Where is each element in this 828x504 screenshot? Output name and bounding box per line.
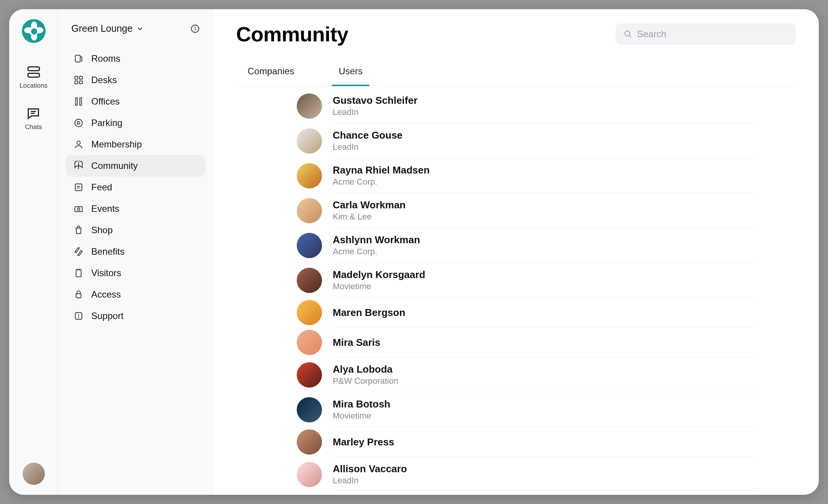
user-name: Madelyn Korsgaard [333, 269, 425, 281]
tab-companies[interactable]: Companies [245, 61, 297, 86]
avatar [297, 429, 322, 455]
user-row[interactable]: Rayna Rhiel MadsenAcme Corp. [297, 158, 757, 193]
sidebar-item-offices[interactable]: Offices [66, 91, 205, 112]
sidebar-item-benefits[interactable]: Benefits [66, 241, 205, 262]
user-row[interactable]: Marley Press [297, 427, 757, 457]
icon-rail: Locations Chats [9, 9, 58, 495]
sidebar-item-membership[interactable]: Membership [66, 134, 205, 155]
sidebar-item-shop[interactable]: Shop [66, 219, 205, 241]
search-icon [623, 29, 632, 39]
svg-rect-22 [76, 269, 81, 277]
user-row[interactable]: Madelyn KorsgaardMovietime [297, 263, 757, 298]
search-input[interactable] [637, 29, 788, 39]
sidebar-item-label: Membership [91, 139, 142, 150]
user-text: Maren Bergson [333, 303, 405, 322]
user-company: Acme Corp. [333, 247, 420, 257]
rail-label: Chats [25, 123, 42, 131]
user-company: Movietime [333, 411, 390, 421]
user-name: Allison Vaccaro [333, 463, 407, 475]
user-row[interactable]: Gustavo SchleiferLeadIn [297, 88, 757, 123]
user-name: Mira Botosh [333, 398, 390, 410]
user-row[interactable]: Maren Bergson [297, 298, 757, 327]
user-company: Acme Corp. [333, 177, 430, 187]
user-name: Carla Workman [333, 199, 406, 211]
tabs: Companies Users [236, 61, 796, 86]
sidebar-item-rooms[interactable]: Rooms [66, 48, 205, 69]
avatar [297, 397, 322, 422]
user-text: Mira BotoshMovietime [333, 394, 390, 425]
user-company: LeadIn [333, 476, 407, 486]
user-name: Ashlynn Workman [333, 234, 420, 246]
svg-rect-20 [75, 207, 82, 212]
user-text: Allison VaccaroLeadIn [333, 459, 407, 489]
sidebar-item-visitors[interactable]: Visitors [66, 262, 205, 284]
sidebar-item-support[interactable]: Support [66, 305, 205, 327]
app-logo[interactable] [22, 19, 46, 43]
user-row[interactable]: Chance GouseLeadIn [297, 123, 757, 158]
user-row[interactable]: Ashlynn WorkmanAcme Corp. [297, 228, 757, 263]
sidebar-item-label: Offices [91, 96, 120, 107]
user-text: Alya LobodaP&W Corporation [333, 360, 398, 390]
events-icon [74, 204, 84, 214]
svg-rect-7 [75, 55, 80, 62]
svg-rect-25 [76, 294, 81, 298]
svg-line-29 [629, 35, 631, 37]
chevron-down-icon [136, 25, 144, 33]
user-list-scroll[interactable]: Gustavo SchleiferLeadInChance GouseLeadI… [236, 86, 796, 495]
location-selector[interactable]: Green Lounge [71, 23, 144, 34]
avatar [297, 93, 322, 119]
avatar [297, 163, 322, 188]
sidebar-item-community[interactable]: Community [66, 155, 205, 177]
search-box[interactable] [616, 23, 796, 45]
sidebar-item-access[interactable]: Access [66, 284, 205, 305]
sidebar-item-label: Feed [91, 182, 112, 193]
user-name: Maren Bergson [333, 307, 405, 319]
avatar [297, 330, 322, 355]
info-icon[interactable] [190, 24, 200, 34]
user-row[interactable]: Mira Saris [297, 327, 757, 357]
user-company: Kim & Lee [333, 212, 406, 222]
svg-rect-13 [80, 98, 81, 105]
svg-point-6 [195, 27, 195, 27]
user-name: Gustavo Schleifer [333, 95, 417, 106]
sidebar-item-parking[interactable]: Parking [66, 112, 205, 134]
benefits-icon [74, 247, 84, 257]
avatar [297, 268, 322, 293]
sidebar-item-feed[interactable]: Feed [66, 177, 205, 198]
feed-icon [74, 182, 84, 192]
svg-rect-1 [28, 73, 39, 77]
svg-point-27 [78, 317, 79, 318]
avatar [297, 362, 322, 388]
user-text: Marley Press [333, 432, 394, 452]
user-list: Gustavo SchleiferLeadInChance GouseLeadI… [297, 88, 757, 492]
svg-point-21 [77, 208, 80, 211]
user-text: Gustavo SchleiferLeadIn [333, 91, 417, 121]
user-row[interactable]: Carla WorkmanKim & Lee [297, 193, 757, 228]
community-icon [74, 161, 84, 171]
tab-users[interactable]: Users [335, 61, 366, 86]
svg-point-28 [625, 31, 630, 36]
user-row[interactable]: Allison VaccaroLeadIn [297, 457, 757, 492]
user-text: Mira Saris [333, 333, 380, 352]
rail-item-locations[interactable]: Locations [20, 64, 48, 90]
app-window: Locations Chats Green Lounge RoomsDesksO… [9, 9, 819, 495]
sidebar-item-label: Access [91, 289, 121, 300]
avatar [297, 462, 322, 487]
user-company: P&W Corporation [333, 376, 398, 386]
user-name: Alya Loboda [333, 363, 398, 375]
avatar [297, 128, 322, 154]
avatar [297, 233, 322, 258]
shop-icon [74, 225, 84, 235]
desks-icon [74, 75, 84, 85]
user-row[interactable]: Alya LobodaP&W Corporation [297, 357, 757, 392]
user-text: Chance GouseLeadIn [333, 126, 402, 156]
sidebar-item-desks[interactable]: Desks [66, 69, 205, 91]
location-name: Green Lounge [71, 23, 133, 34]
rail-label: Locations [20, 82, 48, 90]
svg-point-14 [75, 119, 82, 127]
rail-item-chats[interactable]: Chats [25, 106, 42, 131]
svg-rect-11 [79, 81, 82, 84]
current-user-avatar[interactable] [23, 463, 45, 485]
user-row[interactable]: Mira BotoshMovietime [297, 392, 757, 427]
sidebar-item-events[interactable]: Events [66, 198, 205, 219]
